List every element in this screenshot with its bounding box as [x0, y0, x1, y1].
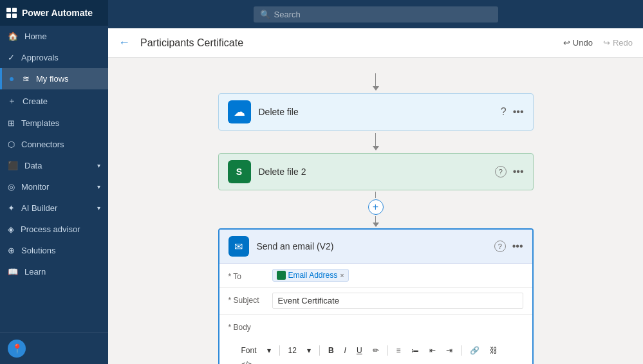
italic-button[interactable]: I — [340, 345, 350, 356]
add-step-connector: + — [368, 192, 384, 227]
bullet-list-button[interactable]: ≡ — [393, 345, 405, 356]
body-label: * Body — [228, 320, 267, 332]
bold-button[interactable]: B — [324, 345, 338, 356]
ai-builder-chevron-icon: ▾ — [97, 205, 100, 212]
app-grid-icon[interactable] — [6, 8, 17, 18]
subheader-actions: ↩ Undo ↪ Redo — [563, 38, 633, 48]
sidebar-item-home[interactable]: 🏠 Home — [0, 26, 108, 47]
email-card-header[interactable]: ✉ Send an email (V2) ? ••• — [219, 230, 532, 264]
undo-button[interactable]: ↩ Undo — [563, 38, 593, 48]
toolbar-sep-1 — [279, 345, 280, 356]
delete-file-2-more-icon[interactable]: ••• — [513, 166, 524, 177]
font-dropdown-arrow[interactable]: ▾ — [263, 345, 275, 356]
ordered-list-button[interactable]: ≔ — [407, 345, 423, 356]
sidebar-item-templates[interactable]: ⊞ Templates — [0, 113, 108, 134]
sidebar-item-connectors[interactable]: ⬡ Connectors — [0, 134, 108, 155]
toolbar-sep-2 — [319, 345, 320, 356]
subheader: ← Participants Certificate ↩ Undo ↪ Redo — [108, 28, 643, 58]
sidebar-item-data[interactable]: ⬛ Data ▾ — [0, 155, 108, 176]
delete-file-1-actions: ? ••• — [501, 106, 524, 118]
toolbar-sep-4 — [461, 345, 461, 356]
email-to-field: * To Email Address × — [219, 264, 532, 287]
user-avatar[interactable]: 📍 — [8, 340, 26, 358]
monitor-chevron-icon: ▾ — [97, 183, 100, 190]
sidebar-label-home: Home — [24, 32, 47, 41]
sidebar-item-approvals[interactable]: ✓ Approvals — [0, 47, 108, 68]
indent-left-button[interactable]: ⇤ — [425, 345, 440, 356]
add-step-button[interactable]: + — [368, 199, 384, 215]
flow-column: ☁ Delete file ? ••• S Delete file 2 — [215, 71, 537, 364]
redo-button[interactable]: ↪ Redo — [603, 38, 633, 48]
delete-file-2-card[interactable]: S Delete file 2 ? ••• — [218, 153, 534, 190]
sidebar-item-monitor[interactable]: ◎ Monitor ▾ — [0, 176, 108, 197]
email-body-field: * Body Font ▾ 12 ▾ B I U ✏ — [219, 314, 532, 364]
templates-icon: ⊞ — [8, 118, 15, 128]
delete-file-1-title: Delete file — [259, 107, 493, 117]
image-button[interactable]: ⛓ — [486, 345, 501, 356]
sidebar-nav: 🏠 Home ✓ Approvals ≋ My flows ＋ Create ⊞… — [0, 26, 108, 332]
email-card-title: Send an email (V2) — [257, 241, 487, 251]
solutions-icon: ⊕ — [8, 246, 15, 255]
email-card-header-actions: ? ••• — [494, 241, 523, 252]
search-input[interactable]: Search — [274, 10, 301, 19]
learn-icon: 📖 — [8, 267, 18, 277]
tag-remove-button[interactable]: × — [340, 271, 344, 279]
sidebar-item-my-flows[interactable]: ≋ My flows — [0, 68, 108, 89]
font-dropdown[interactable]: Font — [238, 345, 261, 356]
subject-input[interactable]: Event Certificate — [272, 293, 523, 309]
font-size-arrow[interactable]: ▾ — [303, 345, 315, 356]
undo-icon: ↩ — [563, 38, 570, 48]
sidebar-item-create[interactable]: ＋ Create — [0, 89, 108, 113]
link-button[interactable]: 🔗 — [466, 345, 483, 356]
delete-file-1-help-icon[interactable]: ? — [501, 106, 507, 118]
undo-label: Undo — [573, 38, 593, 48]
sidebar-item-learn[interactable]: 📖 Learn — [0, 261, 108, 282]
monitor-icon: ◎ — [8, 182, 15, 192]
sidebar-label-data: Data — [24, 161, 42, 170]
search-icon: 🔍 — [260, 10, 270, 19]
back-button[interactable]: ← — [118, 36, 130, 50]
redo-label: Redo — [613, 38, 633, 48]
page-title: Participants Certificate — [140, 37, 555, 49]
sidebar-label-process-advisor: Process advisor — [21, 224, 80, 234]
delete-file-1-more-icon[interactable]: ••• — [513, 106, 524, 118]
email-card-icon: ✉ — [228, 236, 249, 257]
code-button[interactable]: </> — [238, 359, 256, 364]
data-icon: ⬛ — [8, 161, 18, 170]
home-icon: 🏠 — [8, 32, 18, 41]
redo-icon: ↪ — [603, 38, 610, 48]
delete-file-1-icon: ☁ — [228, 100, 251, 123]
ai-builder-icon: ✦ — [8, 203, 15, 213]
process-advisor-icon: ◈ — [8, 224, 14, 234]
tag-excel-icon — [277, 271, 286, 280]
sidebar-header: Power Automate — [0, 0, 108, 26]
sidebar-item-ai-builder[interactable]: ✦ AI Builder ▾ — [0, 197, 108, 219]
delete-file-2-help-icon[interactable]: ? — [495, 166, 507, 177]
underline-button[interactable]: U — [353, 345, 366, 356]
sidebar-item-solutions[interactable]: ⊕ Solutions — [0, 240, 108, 261]
sidebar-label-my-flows: My flows — [36, 74, 69, 84]
tag-label: Email Address — [288, 271, 338, 280]
email-more-icon[interactable]: ••• — [512, 241, 523, 252]
delete-file-1-card[interactable]: ☁ Delete file ? ••• — [218, 93, 534, 131]
sidebar-label-connectors: Connectors — [21, 140, 64, 149]
sidebar-label-ai-builder: AI Builder — [21, 203, 57, 213]
main-area: 🔍 Search ← Participants Certificate ↩ Un… — [108, 0, 643, 364]
email-help-icon[interactable]: ? — [494, 241, 506, 252]
email-address-tag[interactable]: Email Address × — [272, 269, 349, 282]
search-bar[interactable]: 🔍 Search — [254, 6, 498, 23]
sidebar-label-templates: Templates — [21, 118, 59, 128]
font-size-input[interactable]: 12 — [284, 345, 301, 356]
highlight-button[interactable]: ✏ — [369, 345, 383, 356]
body-toolbar: Font ▾ 12 ▾ B I U ✏ ≡ ≔ — [228, 341, 523, 364]
approvals-icon: ✓ — [8, 53, 15, 62]
subject-value: Event Certificate — [272, 293, 523, 309]
app-name: Power Automate — [22, 8, 93, 18]
sidebar-item-process-advisor[interactable]: ◈ Process advisor — [0, 219, 108, 240]
to-label: * To — [228, 269, 267, 281]
indent-right-button[interactable]: ⇥ — [442, 345, 456, 356]
email-card-body: * To Email Address × * Subject — [219, 264, 532, 364]
sidebar-bottom: 📍 — [0, 332, 108, 364]
sidebar-label-monitor: Monitor — [21, 182, 49, 192]
subject-label: * Subject — [228, 293, 267, 305]
